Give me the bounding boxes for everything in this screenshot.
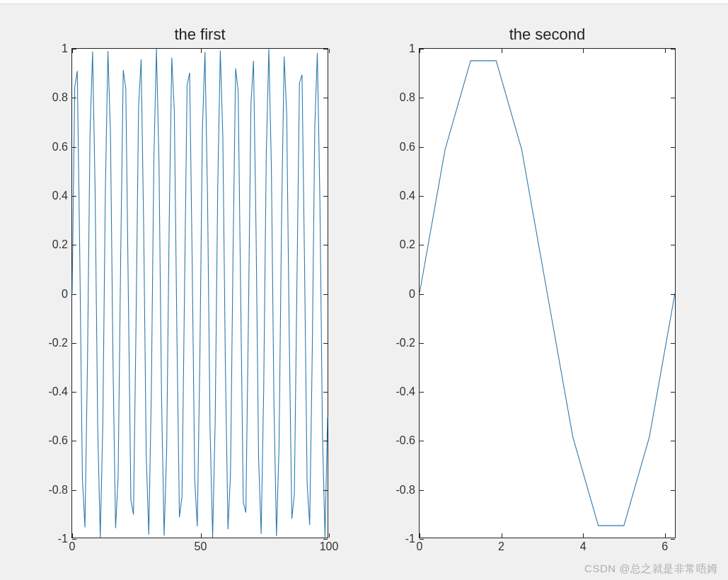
y-tick-label: -0.6 (48, 434, 72, 447)
figure-canvas: the first -1-0.8-0.6-0.4-0.200.20.40.60.… (0, 4, 728, 580)
x-tick-label: 100 (320, 538, 339, 553)
line-plot-2 (420, 49, 675, 538)
y-tick-label: -0.2 (48, 337, 72, 349)
chart-title-1: the first (71, 25, 328, 44)
chart-title-2: the second (419, 25, 676, 44)
y-tick-label: -0.4 (395, 385, 420, 398)
y-tick-label: -0.2 (395, 337, 420, 349)
y-tick-label: 0.8 (400, 91, 420, 104)
y-tick-label: 0.2 (400, 238, 420, 251)
y-tick-label: 0.6 (400, 141, 420, 153)
x-tick-label: 0 (69, 538, 76, 553)
series-line (420, 61, 675, 526)
axes-2: -1-0.8-0.6-0.4-0.200.20.40.60.810246 (419, 48, 676, 538)
x-tick-label: 50 (195, 538, 207, 553)
y-tick-label: -0.8 (48, 484, 72, 497)
line-plot-1 (72, 49, 328, 538)
y-tick-label: 0.4 (52, 190, 72, 202)
series-line (72, 49, 328, 538)
x-tick-label: 6 (661, 538, 668, 553)
y-tick-label: 0.4 (400, 190, 420, 202)
y-tick-label: 0 (62, 288, 72, 301)
y-tick-label: 0.6 (52, 141, 72, 153)
x-tick-label: 2 (498, 538, 504, 553)
y-tick-label: -0.4 (48, 385, 72, 398)
x-tick-label: 0 (417, 538, 423, 553)
y-tick-label: 0.2 (52, 238, 72, 251)
y-tick-label: -0.6 (395, 434, 420, 447)
y-tick-label: 0 (409, 288, 420, 301)
y-tick-label: 1 (62, 42, 72, 55)
y-tick-label: 0.8 (52, 91, 72, 104)
x-tick-label: 4 (580, 538, 587, 553)
y-tick-label: 1 (409, 42, 420, 55)
axes-1: -1-0.8-0.6-0.4-0.200.20.40.60.81050100 (71, 48, 328, 538)
y-tick-label: -0.8 (395, 484, 420, 497)
watermark-text: CSDN @总之就是非常唔姆 (584, 562, 718, 576)
